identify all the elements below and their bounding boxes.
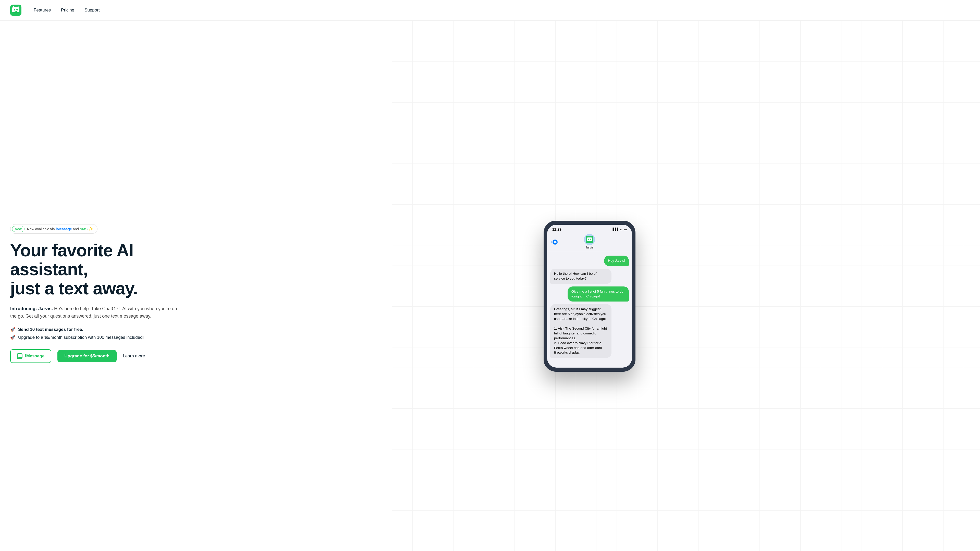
badge-new-label: New (12, 226, 24, 232)
hero-subtext: Introducing: Jarvis. He's here to help. … (10, 305, 184, 320)
badge-sms: SMS (80, 227, 88, 231)
sparkle-icon: ✨ (89, 227, 94, 231)
signal-icon: ▐▐▐ (612, 227, 618, 231)
message-bubble-1: Hey Jarvis! (604, 256, 629, 266)
back-badge-count: 46 (552, 240, 558, 245)
feature-item-2: 🚀 Upgrade to a $5/month subscription wit… (10, 335, 199, 340)
nav-pricing[interactable]: Pricing (61, 8, 74, 13)
message-bubble-4: Greetings, sir. If I may suggest, here a… (550, 304, 611, 358)
battery-icon: ▬ (624, 227, 627, 231)
upgrade-button-label: Upgrade for $5/month (65, 354, 110, 359)
learn-more-label: Learn more → (123, 354, 151, 359)
hero-intro-bold: Introducing: Jarvis. (10, 306, 53, 311)
navbar: Features Pricing Support (0, 0, 980, 21)
contact-name: Jarvis (585, 246, 593, 249)
hero-section: New Now available via iMessage and SMS ✨… (0, 21, 980, 551)
nav-support[interactable]: Support (84, 8, 100, 13)
cta-row: iMessage Upgrade for $5/month Learn more… (10, 349, 199, 363)
feature-item-1: 🚀 Send 10 text messages for free. (10, 327, 199, 332)
phone-status-bar: 12:29 ▐▐▐ ▲ ▬ (547, 225, 632, 232)
phone-screen: 12:29 ▐▐▐ ▲ ▬ ‹ 46 (547, 225, 632, 368)
logo-area[interactable] (10, 5, 21, 16)
logo-icon (10, 5, 21, 16)
svg-point-8 (590, 239, 591, 240)
learn-more-button[interactable]: Learn more → (123, 354, 151, 359)
hero-right: 12:29 ▐▐▐ ▲ ▬ ‹ 46 (209, 216, 970, 372)
message-bubble-3: Give me a list of 5 fun things to do ton… (568, 286, 629, 302)
nav-links: Features Pricing Support (34, 8, 100, 13)
imessage-icon (17, 353, 22, 359)
message-bubble-2: Hello there! How can I be of service to … (550, 268, 611, 284)
imessage-button[interactable]: iMessage (10, 349, 51, 363)
back-button[interactable]: ‹ 46 (551, 240, 558, 245)
status-icons: ▐▐▐ ▲ ▬ (612, 227, 627, 231)
phone-mockup: 12:29 ▐▐▐ ▲ ▬ ‹ 46 (544, 221, 635, 372)
feature-list: 🚀 Send 10 text messages for free. 🚀 Upgr… (10, 327, 199, 340)
chevron-left-icon: ‹ (551, 240, 552, 245)
svg-rect-6 (587, 238, 592, 241)
hero-headline: Your favorite AI assistant, just a text … (10, 241, 199, 298)
contact-avatar (584, 234, 595, 245)
imessage-header: ‹ 46 Jarvis (547, 232, 632, 252)
upgrade-button[interactable]: Upgrade for $5/month (57, 350, 117, 362)
nav-features[interactable]: Features (34, 8, 51, 13)
badge-imessage: iMessage (56, 227, 72, 231)
wifi-icon: ▲ (619, 227, 622, 231)
svg-point-7 (588, 239, 589, 240)
rocket-icon-1: 🚀 (10, 327, 16, 332)
hero-left: New Now available via iMessage and SMS ✨… (10, 224, 209, 363)
phone-time: 12:29 (552, 227, 562, 231)
imessage-button-label: iMessage (25, 354, 45, 359)
announcement-badge[interactable]: New Now available via iMessage and SMS ✨ (10, 224, 97, 233)
badge-text: Now available via iMessage and SMS ✨ (27, 227, 94, 231)
svg-point-2 (14, 9, 15, 11)
rocket-icon-2: 🚀 (10, 335, 16, 340)
svg-point-3 (16, 9, 18, 11)
chat-area: Hey Jarvis! Hello there! How can I be of… (547, 252, 632, 362)
